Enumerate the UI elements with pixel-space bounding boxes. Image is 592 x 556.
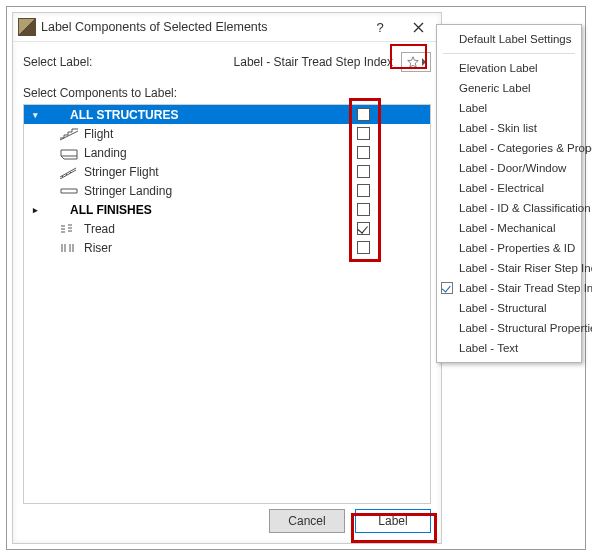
menu-item[interactable]: Label - Electrical	[437, 178, 581, 198]
label-components-dialog: Label Components of Selected Elements ? …	[12, 12, 442, 544]
menu-item-default-label-settings[interactable]: Default Label Settings	[437, 29, 581, 49]
menu-item[interactable]: Label - Stair Riser Step Index	[437, 258, 581, 278]
menu-item-label: Label - Door/Window	[459, 162, 566, 174]
menu-item[interactable]: Label - Mechanical	[437, 218, 581, 238]
checkbox[interactable]	[357, 203, 370, 216]
menu-item-label: Generic Label	[459, 82, 531, 94]
select-label-row: Select Label: Label - Stair Tread Step I…	[23, 50, 431, 74]
close-icon	[413, 22, 424, 33]
menu-item[interactable]: Label - Door/Window	[437, 158, 581, 178]
dialog-title: Label Components of Selected Elements	[41, 20, 361, 34]
menu-item[interactable]: Label	[437, 98, 581, 118]
menu-item[interactable]: Label - Skin list	[437, 118, 581, 138]
menu-item[interactable]: Label - Properties & ID	[437, 238, 581, 258]
checkbox[interactable]	[357, 165, 370, 178]
stringer-landing-icon	[58, 184, 80, 198]
checkbox[interactable]	[357, 184, 370, 197]
tree-item-label: Stringer Flight	[84, 165, 430, 179]
tree-item[interactable]: Flight	[24, 124, 430, 143]
titlebar: Label Components of Selected Elements ?	[13, 13, 441, 42]
select-label-text: Select Label:	[23, 55, 92, 69]
favorites-popup: Default Label Settings Elevation LabelGe…	[436, 24, 582, 363]
menu-item[interactable]: Label - Structural Properties	[437, 318, 581, 338]
menu-item-label: Label - Stair Riser Step Index	[459, 262, 592, 274]
menu-item[interactable]: Label - ID & Classification	[437, 198, 581, 218]
tree-item-label: Stringer Landing	[84, 184, 430, 198]
tree-group-label: ALL FINISHES	[46, 203, 430, 217]
menu-item-label: Label - Properties & ID	[459, 242, 575, 254]
menu-item-label: Elevation Label	[459, 62, 538, 74]
label-button[interactable]: Label	[355, 509, 431, 533]
menu-item[interactable]: Label - Text	[437, 338, 581, 358]
stringer-flight-icon	[58, 165, 80, 179]
menu-item-label: Label - Text	[459, 342, 518, 354]
close-button[interactable]	[399, 13, 437, 41]
menu-item[interactable]: Generic Label	[437, 78, 581, 98]
menu-item-label: Label - Stair Tread Step Index	[459, 282, 592, 294]
menu-item-label: Default Label Settings	[459, 33, 572, 45]
flight-icon	[58, 127, 80, 141]
tree-item-label: Flight	[84, 127, 430, 141]
check-icon	[441, 282, 453, 294]
tree-item[interactable]: Riser	[24, 238, 430, 257]
chevron-right-icon	[421, 58, 427, 66]
menu-item[interactable]: Elevation Label	[437, 58, 581, 78]
menu-item[interactable]: Label - Categories & Properties	[437, 138, 581, 158]
menu-item[interactable]: Label - Stair Tread Step Index	[437, 278, 581, 298]
landing-icon	[58, 146, 80, 160]
star-icon	[406, 55, 420, 69]
tree-group[interactable]: ▸ALL FINISHES	[24, 200, 430, 219]
menu-item-label: Label - ID & Classification	[459, 202, 591, 214]
tree-group[interactable]: ▾ALL STRUCTURES	[24, 105, 430, 124]
menu-item-label: Label	[459, 102, 487, 114]
components-tree[interactable]: ▾ALL STRUCTURES FlightLandingStringer Fl…	[23, 104, 431, 504]
checkbox[interactable]	[357, 241, 370, 254]
checkbox[interactable]	[357, 146, 370, 159]
tree-item[interactable]: Tread	[24, 219, 430, 238]
expand-icon: ▾	[30, 110, 40, 120]
menu-item-label: Label - Mechanical	[459, 222, 556, 234]
checkbox[interactable]	[357, 127, 370, 140]
checkbox[interactable]	[357, 108, 370, 121]
dialog-footer: Cancel Label	[13, 504, 441, 543]
tree-group-label: ALL STRUCTURES	[46, 108, 430, 122]
menu-item-label: Label - Structural	[459, 302, 547, 314]
cancel-button[interactable]: Cancel	[269, 509, 345, 533]
menu-item-label: Label - Structural Properties	[459, 322, 592, 334]
app-icon	[19, 19, 35, 35]
checkbox[interactable]	[357, 222, 370, 235]
selected-label-value: Label - Stair Tread Step Index	[92, 55, 401, 69]
menu-item-label: Label - Skin list	[459, 122, 537, 134]
tree-item-label: Riser	[84, 241, 430, 255]
tree-item-label: Landing	[84, 146, 430, 160]
help-button[interactable]: ?	[361, 13, 399, 41]
riser-icon	[58, 241, 80, 255]
menu-item-label: Label - Electrical	[459, 182, 544, 194]
tree-item[interactable]: Stringer Landing	[24, 181, 430, 200]
favorites-button[interactable]	[401, 52, 431, 72]
dialog-body: Select Label: Label - Stair Tread Step I…	[13, 42, 441, 504]
expand-icon: ▸	[30, 205, 40, 215]
tree-item-label: Tread	[84, 222, 430, 236]
menu-item-label: Label - Categories & Properties	[459, 142, 592, 154]
menu-separator	[443, 53, 575, 54]
menu-item[interactable]: Label - Structural	[437, 298, 581, 318]
select-components-label: Select Components to Label:	[23, 86, 431, 100]
tree-item[interactable]: Landing	[24, 143, 430, 162]
tree-item[interactable]: Stringer Flight	[24, 162, 430, 181]
tread-icon	[58, 222, 80, 236]
